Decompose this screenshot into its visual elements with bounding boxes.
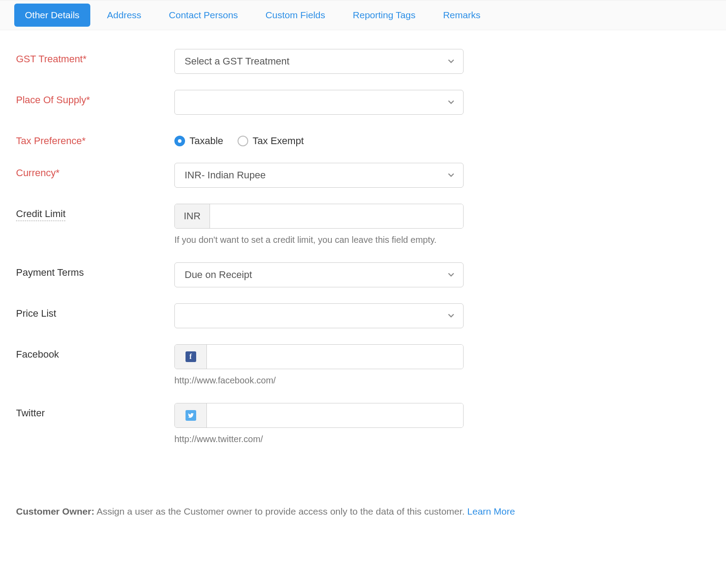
twitter-icon [186, 410, 196, 421]
gst-treatment-select[interactable]: Select a GST Treatment [174, 49, 464, 74]
tax-preference-label: Tax Preference* [16, 131, 174, 147]
facebook-input[interactable] [207, 345, 463, 369]
tab-contact-persons[interactable]: Contact Persons [158, 4, 249, 27]
currency-value: INR- Indian Rupee [185, 169, 266, 181]
payment-terms-value: Due on Receipt [185, 269, 252, 281]
facebook-label: Facebook [16, 344, 174, 360]
tab-reporting-tags[interactable]: Reporting Tags [342, 4, 426, 27]
tab-remarks[interactable]: Remarks [432, 4, 491, 27]
learn-more-link[interactable]: Learn More [467, 506, 515, 516]
tax-preference-radio-group: Taxable Tax Exempt [174, 131, 464, 147]
credit-limit-prefix: INR [175, 204, 210, 228]
radio-label: Tax Exempt [253, 135, 304, 147]
twitter-label: Twitter [16, 403, 174, 419]
tax-preference-tax-exempt[interactable]: Tax Exempt [238, 135, 304, 147]
chevron-down-icon [448, 313, 454, 319]
facebook-input-group: f [174, 344, 464, 369]
chevron-down-icon [448, 58, 454, 64]
radio-label: Taxable [190, 135, 223, 147]
place-of-supply-label: Place Of Supply* [16, 90, 174, 106]
credit-limit-input[interactable] [210, 204, 463, 228]
price-list-select[interactable] [174, 303, 464, 328]
facebook-addon: f [175, 345, 207, 369]
gst-treatment-label: GST Treatment* [16, 49, 174, 65]
customer-owner-title: Customer Owner: [16, 506, 94, 516]
twitter-input[interactable] [207, 403, 463, 427]
twitter-addon [175, 403, 207, 427]
radio-unchecked-icon [238, 136, 248, 146]
chevron-down-icon [448, 172, 454, 178]
place-of-supply-select[interactable] [174, 90, 464, 115]
facebook-icon: f [186, 351, 196, 362]
radio-checked-icon [174, 136, 185, 146]
currency-select[interactable]: INR- Indian Rupee [174, 163, 464, 188]
gst-treatment-value: Select a GST Treatment [185, 56, 290, 67]
customer-owner-note: Customer Owner: Assign a user as the Cus… [0, 471, 726, 526]
credit-limit-helper: If you don't want to set a credit limit,… [174, 233, 459, 246]
twitter-helper: http://www.twitter.com/ [174, 432, 459, 446]
facebook-helper: http://www.facebook.com/ [174, 374, 459, 387]
currency-label: Currency* [16, 163, 174, 179]
credit-limit-label: Credit Limit [16, 204, 174, 221]
tab-bar: Other Details Address Contact Persons Cu… [0, 0, 726, 30]
chevron-down-icon [448, 99, 454, 105]
chevron-down-icon [448, 272, 454, 278]
tax-preference-taxable[interactable]: Taxable [174, 135, 223, 147]
payment-terms-select[interactable]: Due on Receipt [174, 262, 464, 287]
price-list-label: Price List [16, 303, 174, 319]
tab-address[interactable]: Address [97, 4, 152, 27]
credit-limit-input-group: INR [174, 204, 464, 229]
twitter-input-group [174, 403, 464, 428]
tab-other-details[interactable]: Other Details [14, 4, 90, 27]
customer-owner-text: Assign a user as the Customer owner to p… [94, 506, 467, 516]
payment-terms-label: Payment Terms [16, 262, 174, 278]
tab-custom-fields[interactable]: Custom Fields [255, 4, 336, 27]
